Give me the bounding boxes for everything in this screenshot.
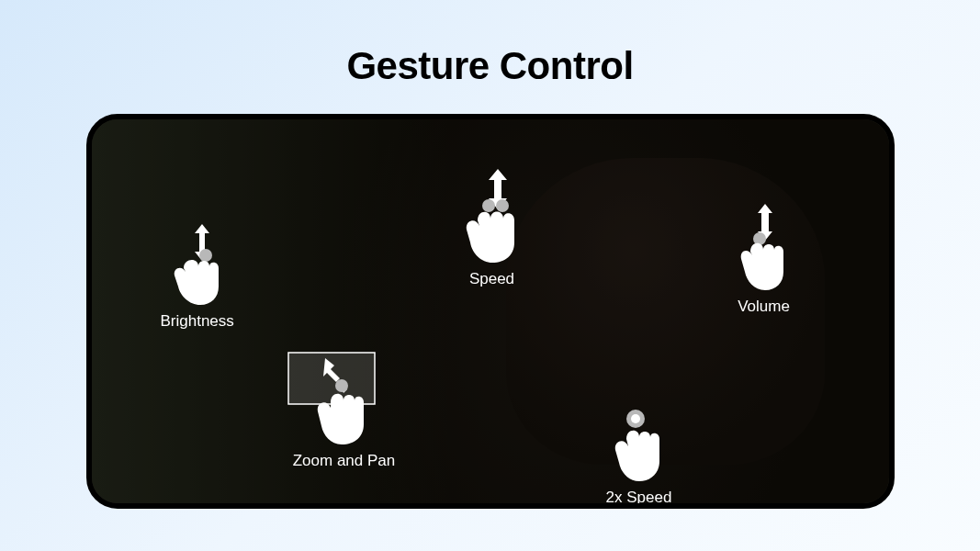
svg-point-7	[631, 414, 640, 423]
gesture-2x-speed[interactable]: 2x Speed	[606, 406, 672, 507]
svg-point-0	[199, 249, 212, 262]
svg-point-3	[753, 232, 766, 245]
video-player-frame[interactable]: Brightness Speed	[86, 114, 895, 509]
hand-pinch-zoom-icon	[285, 351, 404, 448]
gesture-speed[interactable]: Speed	[450, 167, 535, 288]
gesture-brightness[interactable]: Brightness	[161, 220, 234, 331]
gesture-zoom-label: Zoom and Pan	[293, 452, 396, 470]
two-finger-swipe-vertical-icon	[450, 167, 535, 266]
gesture-speed-label: Speed	[469, 270, 514, 288]
svg-point-2	[496, 199, 509, 212]
hand-tap-icon	[606, 406, 670, 485]
svg-point-1	[482, 199, 495, 212]
hand-swipe-vertical-icon	[728, 202, 800, 294]
gesture-brightness-label: Brightness	[161, 312, 234, 331]
gesture-zoom-pan[interactable]: Zoom and Pan	[285, 351, 404, 470]
gesture-2x-label: 2x Speed	[606, 489, 672, 507]
hand-swipe-vertical-icon	[162, 220, 233, 309]
gesture-volume-label: Volume	[738, 298, 790, 316]
page-title: Gesture Control	[346, 44, 633, 88]
svg-rect-4	[288, 353, 375, 404]
gesture-volume[interactable]: Volume	[728, 202, 800, 316]
svg-point-5	[335, 379, 348, 392]
